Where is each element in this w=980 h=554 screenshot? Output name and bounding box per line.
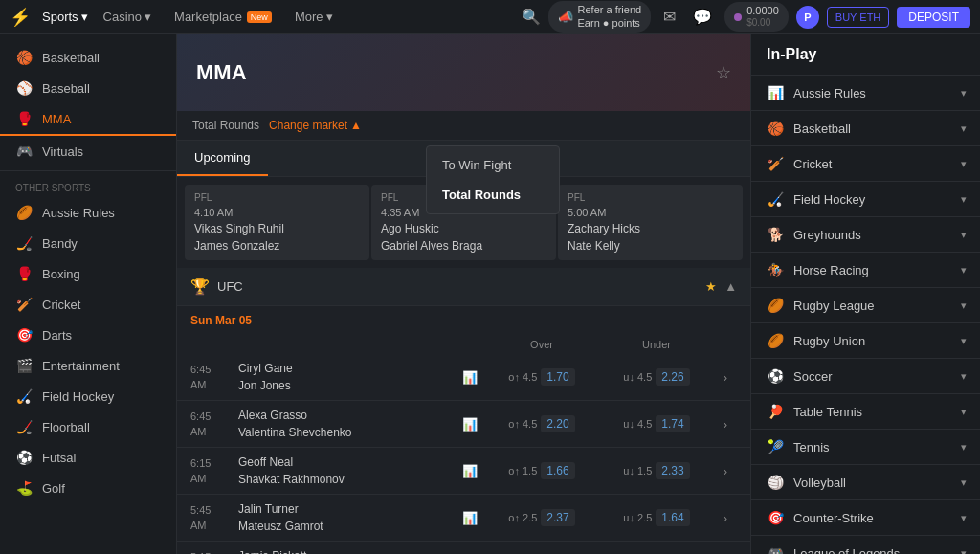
inplay-item-league-of-legends[interactable]: 🎮 League of Legends ▾ bbox=[751, 536, 980, 554]
inplay-item-rugby-union[interactable]: 🏉 Rugby Union ▾ bbox=[751, 323, 980, 359]
fighter1: Ciryl Gane bbox=[238, 360, 456, 377]
under-odds-group: u↓ 4.5 1.74 bbox=[599, 415, 714, 432]
match-expand-arrow[interactable]: › bbox=[714, 370, 737, 385]
mma-favorite-star[interactable]: ☆ bbox=[716, 62, 731, 83]
under-header: Under bbox=[599, 339, 714, 350]
match-time: 6:15AM bbox=[190, 455, 238, 487]
sidebar-item-cricket[interactable]: 🏏Cricket bbox=[0, 289, 176, 320]
inplay-item-label: Counter-Strike bbox=[793, 511, 961, 525]
main-layout: 🏀Basketball⚾Baseball🥊MMA🎮Virtuals Other … bbox=[0, 34, 980, 554]
casino-nav-link[interactable]: Casino ▾ bbox=[96, 10, 159, 24]
refer-friend-button[interactable]: 📣 Refer a friend Earn ● points bbox=[548, 1, 652, 32]
event-card[interactable]: PFL 4:10 AM Vikas Singh Ruhil James Gonz… bbox=[185, 185, 369, 260]
sidebar-item-label: Field Hockey bbox=[42, 389, 114, 404]
ufc-header[interactable]: 🏆 UFC ★ ▲ bbox=[177, 268, 750, 306]
sidebar-item-darts[interactable]: 🎯Darts bbox=[0, 320, 176, 350]
under-odds-button[interactable]: 1.64 bbox=[656, 509, 689, 526]
more-nav-link[interactable]: More ▾ bbox=[287, 10, 341, 24]
inplay-item-volleyball[interactable]: 🏐 Volleyball ▾ bbox=[751, 465, 980, 500]
dropdown-total-rounds[interactable]: Total Rounds bbox=[427, 180, 559, 210]
chevron-down-icon: ▾ bbox=[961, 87, 967, 100]
sidebar-item-boxing[interactable]: 🥊Boxing bbox=[0, 258, 176, 289]
sport-icon: 🏏 bbox=[765, 156, 786, 171]
notifications-icon[interactable]: 💬 bbox=[688, 8, 717, 26]
match-time: 6:45AM bbox=[190, 409, 238, 440]
inplay-items-list: 📊 Aussie Rules ▾ 🏀 Basketball ▾ 🏏 Cricke… bbox=[751, 76, 980, 554]
dropdown-to-win-fight[interactable]: To Win Fight bbox=[427, 150, 559, 180]
match-time: 5:45AM bbox=[190, 502, 238, 534]
sport-icon: 🏉 bbox=[765, 298, 786, 313]
sport-icon: 🏒 bbox=[15, 419, 33, 434]
over-points-label: o↑ 1.5 bbox=[508, 465, 537, 476]
buy-eth-button[interactable]: BUY ETH bbox=[827, 7, 889, 28]
inplay-item-counter-strike[interactable]: 🎯 Counter-Strike ▾ bbox=[751, 500, 980, 536]
under-odds-group: u↓ 4.5 2.26 bbox=[599, 368, 714, 386]
over-odds-button[interactable]: 2.20 bbox=[541, 415, 574, 432]
inplay-item-horse-racing[interactable]: 🏇 Horse Racing ▾ bbox=[751, 253, 980, 288]
change-market-button[interactable]: Change market ▲ bbox=[269, 119, 362, 132]
event-card[interactable]: PFL 5:00 AM Zachary Hicks Nate Kelly bbox=[558, 185, 743, 260]
messages-icon[interactable]: ✉ bbox=[658, 8, 680, 26]
inplay-item-label: Greyhounds bbox=[793, 228, 961, 242]
match-expand-arrow[interactable]: › bbox=[714, 464, 737, 478]
inplay-item-label: Tennis bbox=[793, 440, 961, 454]
event-fighter2: Nate Kelly bbox=[568, 239, 733, 253]
inplay-item-rugby-league[interactable]: 🏉 Rugby League ▾ bbox=[751, 288, 980, 323]
nav-logo: ⚡ bbox=[10, 7, 31, 28]
inplay-item-cricket[interactable]: 🏏 Cricket ▾ bbox=[751, 146, 980, 182]
market-bar: Total Rounds Change market ▲ To Win Figh… bbox=[177, 111, 750, 141]
fighter1: Alexa Grasso bbox=[238, 407, 456, 424]
ufc-favorite-star[interactable]: ★ bbox=[705, 279, 717, 294]
deposit-button[interactable]: DEPOSIT bbox=[897, 7, 970, 28]
under-points-label: u↓ 1.5 bbox=[623, 465, 652, 476]
event-fighter2: Gabriel Alves Braga bbox=[381, 239, 546, 253]
search-icon[interactable]: 🔍 bbox=[522, 8, 541, 26]
sidebar-item-futsal[interactable]: ⚽Futsal bbox=[0, 442, 176, 473]
match-expand-arrow[interactable]: › bbox=[714, 511, 737, 525]
sidebar-item-virtuals[interactable]: 🎮Virtuals bbox=[0, 136, 176, 166]
sidebar-item-mma[interactable]: 🥊MMA bbox=[0, 103, 176, 136]
marketplace-nav-link[interactable]: Marketplace New bbox=[167, 10, 279, 24]
inplay-item-table-tennis[interactable]: 🏓 Table Tennis ▾ bbox=[751, 394, 980, 430]
under-odds-button[interactable]: 2.33 bbox=[656, 462, 689, 479]
sports-dropdown-button[interactable]: Sports ▾ bbox=[42, 10, 88, 24]
tab-upcoming[interactable]: Upcoming bbox=[177, 141, 268, 176]
sidebar-item-entertainment[interactable]: 🎬Entertainment bbox=[0, 350, 176, 381]
fighter2: Mateusz Gamrot bbox=[238, 518, 456, 535]
sidebar-item-basketball[interactable]: 🏀Basketball bbox=[0, 42, 176, 73]
inplay-item-field-hockey[interactable]: 🏑 Field Hockey ▾ bbox=[751, 182, 980, 217]
match-fighters: Jalin Turner Mateusz Gamrot bbox=[238, 500, 456, 535]
over-odds-button[interactable]: 1.70 bbox=[541, 368, 574, 386]
inplay-item-soccer[interactable]: ⚽ Soccer ▾ bbox=[751, 359, 980, 394]
event-fighter2: James Gonzalez bbox=[194, 239, 360, 253]
under-odds-button[interactable]: 1.74 bbox=[656, 415, 689, 432]
avatar[interactable]: P bbox=[796, 6, 819, 29]
inplay-item-label: Volleyball bbox=[793, 476, 961, 490]
ufc-icon: 🏆 bbox=[190, 277, 210, 296]
over-odds-button[interactable]: 2.37 bbox=[541, 509, 574, 526]
inplay-item-aussie-rules[interactable]: 📊 Aussie Rules ▾ bbox=[751, 76, 980, 111]
mma-banner: MMA ☆ bbox=[177, 34, 750, 111]
sidebar-item-bandy[interactable]: 🏒Bandy bbox=[0, 228, 176, 258]
sidebar-item-golf[interactable]: ⛳Golf bbox=[0, 473, 176, 503]
under-odds-button[interactable]: 2.26 bbox=[656, 368, 689, 386]
inplay-item-basketball[interactable]: 🏀 Basketball ▾ bbox=[751, 111, 980, 146]
stats-chart-icon[interactable]: 📊 bbox=[456, 417, 484, 432]
table-row: 6:45AM Ciryl Gane Jon Jones 📊 o↑ 4.5 1.7… bbox=[177, 354, 750, 401]
chevron-down-icon: ▾ bbox=[961, 264, 967, 277]
stats-chart-icon[interactable]: 📊 bbox=[456, 511, 484, 525]
sidebar-item-field-hockey[interactable]: 🏑Field Hockey bbox=[0, 381, 176, 411]
sidebar-item-aussie-rules[interactable]: 🏉Aussie Rules bbox=[0, 197, 176, 228]
over-odds-group: o↑ 4.5 2.20 bbox=[484, 415, 599, 432]
chevron-down-icon: ▾ bbox=[145, 10, 151, 24]
stats-chart-icon[interactable]: 📊 bbox=[456, 370, 484, 385]
inplay-item-greyhounds[interactable]: 🐕 Greyhounds ▾ bbox=[751, 217, 980, 253]
stats-chart-icon[interactable]: 📊 bbox=[456, 464, 484, 478]
sport-icon: 🏓 bbox=[765, 404, 786, 419]
over-odds-button[interactable]: 1.66 bbox=[541, 462, 574, 479]
inplay-item-tennis[interactable]: 🎾 Tennis ▾ bbox=[751, 430, 980, 465]
ufc-collapse-chevron[interactable]: ▲ bbox=[724, 279, 737, 294]
match-expand-arrow[interactable]: › bbox=[714, 417, 737, 432]
sidebar-item-baseball[interactable]: ⚾Baseball bbox=[0, 73, 176, 103]
sidebar-item-floorball[interactable]: 🏒Floorball bbox=[0, 411, 176, 442]
